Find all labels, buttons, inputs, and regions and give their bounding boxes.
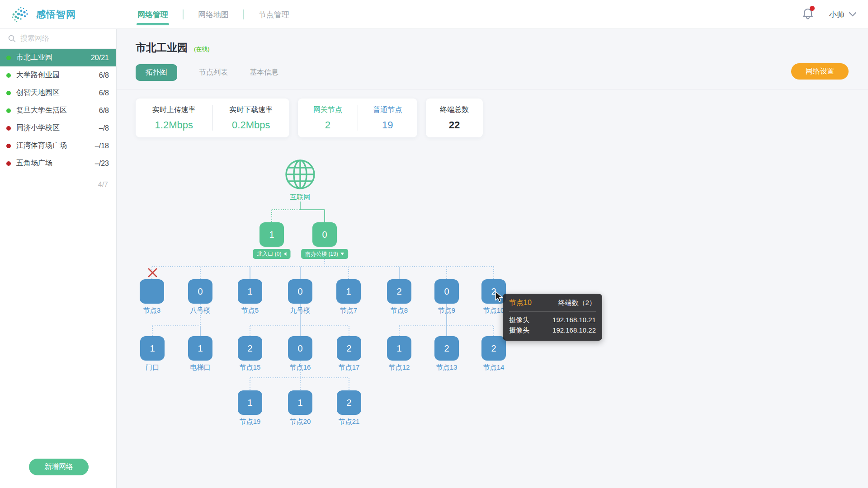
terminal-count-card: 终端总数 22 (426, 99, 483, 137)
collapse-down-icon (340, 253, 344, 255)
topology-node[interactable]: 0 (188, 279, 212, 304)
tooltip-divider (509, 311, 596, 312)
network-count: 6/8 (99, 71, 109, 80)
tab-basic-info[interactable]: 基本信息 (250, 68, 278, 77)
sidebar-network-item[interactable]: 市北工业园20/21 (0, 49, 116, 66)
sidebar-network-item[interactable]: 同济小学校区–/8 (0, 119, 116, 137)
network-name: 五角场广场 (16, 159, 95, 168)
add-network-button[interactable]: 新增网络 (29, 459, 89, 475)
nav-item-node-management[interactable]: 节点管理 (258, 9, 290, 20)
topology-node[interactable]: 1 (238, 279, 262, 304)
topology-node[interactable]: 2 (481, 336, 506, 361)
brand-brain-dots-icon (10, 5, 30, 23)
sidebar: 搜索网络 市北工业园20/21大学路创业园6/8创智天地园区6/8复旦大学生活区… (0, 29, 117, 488)
gateway-node-label: 网关节点 (298, 105, 358, 115)
upload-speed-value: 1.2Mbps (136, 119, 212, 131)
network-name: 市北工业园 (16, 53, 91, 62)
status-dot-online (6, 73, 11, 78)
internet-globe-icon (284, 159, 316, 190)
topology-node[interactable]: 2 (337, 336, 361, 361)
sidebar-network-item[interactable]: 复旦大学生活区6/8 (0, 102, 116, 119)
nav-item-network-map[interactable]: 网络地图 (197, 9, 230, 20)
network-count: –/18 (95, 142, 109, 150)
topology-node[interactable]: 2 (238, 336, 262, 361)
gateway-label-south[interactable]: 南办公楼 (19) (301, 249, 348, 259)
device-ip: 192.168.10.22 (552, 325, 596, 335)
tooltip-device-row: 摄像头 192.168.10.21 (509, 314, 596, 325)
network-name: 江湾体育场广场 (16, 141, 95, 150)
network-count: –/23 (95, 160, 109, 168)
nav-item-network-management[interactable]: 网络管理 (137, 9, 169, 20)
network-name: 大学路创业园 (16, 70, 99, 80)
network-name: 创智天地园区 (16, 88, 99, 98)
search-icon (8, 35, 16, 42)
device-type: 摄像头 (509, 314, 529, 325)
topology-node[interactable]: 1 (140, 336, 165, 361)
gateway-node-north[interactable]: 1 (259, 222, 284, 247)
chevron-down-icon[interactable] (849, 12, 856, 17)
sidebar-network-item[interactable]: 创智天地园区6/8 (0, 84, 116, 102)
search-placeholder: 搜索网络 (20, 34, 49, 43)
topology-node[interactable]: 2 (434, 336, 459, 361)
topology-node[interactable]: 1 (288, 390, 312, 415)
nav-separator (183, 9, 184, 19)
topology-node[interactable] (140, 279, 164, 304)
topology-node[interactable]: 1 (387, 336, 411, 361)
tooltip-terminal-count: 终端数（2） (558, 299, 596, 307)
gateway-node-value: 2 (298, 119, 358, 131)
download-speed-label: 实时下载速率 (213, 105, 290, 115)
sidebar-network-item[interactable]: 江湾体育场广场–/18 (0, 137, 116, 155)
tooltip-device-row: 摄像头 192.168.10.22 (509, 325, 596, 335)
network-list: 市北工业园20/21大学路创业园6/8创智天地园区6/8复旦大学生活区6/8同济… (0, 49, 116, 172)
topology-node[interactable]: 1 (188, 336, 212, 361)
status-dot-offline (6, 126, 11, 131)
terminal-total-value: 22 (426, 119, 483, 131)
internet-label: 互联网 (273, 193, 327, 202)
top-bar: 感悟智网 网络管理 网络地图 节点管理 小帅 (0, 0, 868, 29)
tab-node-list[interactable]: 节点列表 (199, 68, 228, 77)
status-dot-offline (6, 161, 11, 166)
speed-card: 实时上传速率 1.2Mbps 实时下载速率 0.2Mbps (136, 99, 289, 137)
status-dot-online (6, 91, 11, 95)
network-list-pagination: 4/7 (0, 176, 116, 193)
topology-node[interactable]: 2 (387, 279, 411, 304)
gateway-node-south[interactable]: 0 (312, 222, 337, 247)
notification-badge (810, 6, 815, 11)
status-dot-online (6, 56, 11, 60)
user-name[interactable]: 小帅 (829, 9, 844, 20)
view-tabs: 拓扑图 节点列表 基本信息 (136, 64, 278, 81)
page-title: 市北工业园 (136, 41, 188, 55)
topology-node[interactable]: 0 (288, 279, 312, 304)
node-tooltip: 节点10 终端数（2） 摄像头 192.168.10.21 摄像头 192.16… (503, 294, 602, 341)
tab-topology[interactable]: 拓扑图 (136, 64, 177, 81)
network-search-input[interactable]: 搜索网络 (0, 29, 116, 49)
topology-node[interactable]: 0 (434, 279, 459, 304)
topology-node[interactable]: 2 (337, 390, 361, 415)
network-count: 20/21 (91, 54, 109, 62)
sidebar-network-item[interactable]: 五角场广场–/23 (0, 155, 116, 172)
gateway-label-north[interactable]: 北入口 (0) (253, 249, 291, 259)
notification-bell-icon[interactable] (802, 7, 814, 22)
tabs-divider (117, 89, 868, 89)
nav-separator (243, 9, 244, 19)
topology-node[interactable]: 0 (288, 336, 312, 361)
mouse-cursor-icon (495, 291, 505, 303)
network-settings-button[interactable]: 网络设置 (791, 63, 849, 80)
main-nav: 网络管理 网络地图 节点管理 (137, 0, 290, 29)
sidebar-network-item[interactable]: 大学路创业园6/8 (0, 66, 116, 84)
user-area: 小帅 (802, 0, 856, 29)
download-speed-value: 0.2Mbps (213, 119, 290, 131)
upload-speed-label: 实时上传速率 (136, 105, 212, 115)
topology-node[interactable]: 1 (336, 279, 361, 304)
device-type: 摄像头 (509, 325, 529, 335)
network-count: 6/8 (99, 89, 109, 97)
nav-active-underline (137, 23, 169, 25)
app-root: 感悟智网 网络管理 网络地图 节点管理 小帅 (0, 0, 868, 488)
brand-logo: 感悟智网 (10, 5, 76, 23)
normal-node-label: 普通节点 (358, 105, 418, 115)
node-count-card: 网关节点 2 普通节点 19 (298, 99, 417, 137)
status-dot-online (6, 108, 11, 113)
topology-node[interactable]: 1 (238, 390, 262, 415)
tooltip-node-title: 节点10 (509, 298, 532, 308)
network-name: 复旦大学生活区 (16, 106, 99, 115)
